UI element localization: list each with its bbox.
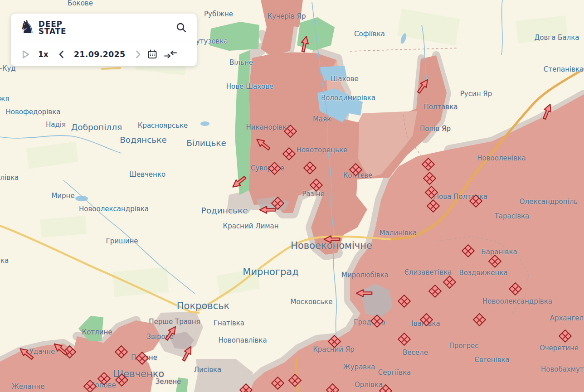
attack-arrow-icon: [355, 289, 373, 298]
attack-arrow-icon: [258, 205, 277, 214]
search-icon: [176, 22, 187, 33]
date-display[interactable]: 21.09.2025: [74, 50, 126, 59]
brand-title: DEEP STATE: [39, 20, 67, 35]
chevron-left-icon: [58, 50, 64, 58]
attack-arrow-icon: [323, 235, 341, 244]
next-date-button[interactable]: [136, 50, 141, 58]
calendar-icon: [147, 49, 157, 59]
compare-dates-button[interactable]: [164, 49, 177, 59]
calendar-button[interactable]: [147, 49, 157, 59]
knight-logo-icon: ♞: [19, 18, 35, 36]
play-icon: [22, 50, 30, 59]
speed-toggle[interactable]: 1x: [38, 50, 49, 59]
brand-line2: STATE: [39, 28, 67, 35]
search-button[interactable]: [176, 22, 187, 33]
converge-arrows-icon: [164, 49, 177, 59]
control-panel: ♞ DEEP STATE 1x: [11, 14, 197, 66]
deepstate-map-app: БоковеРубіжнеКучерів ЯрСофіївкаДовга Бал…: [0, 0, 584, 392]
chevron-right-icon: [136, 50, 141, 58]
deepstate-logo[interactable]: ♞ DEEP STATE: [19, 19, 66, 36]
prev-date-button[interactable]: [58, 50, 64, 58]
play-button[interactable]: [22, 50, 30, 59]
